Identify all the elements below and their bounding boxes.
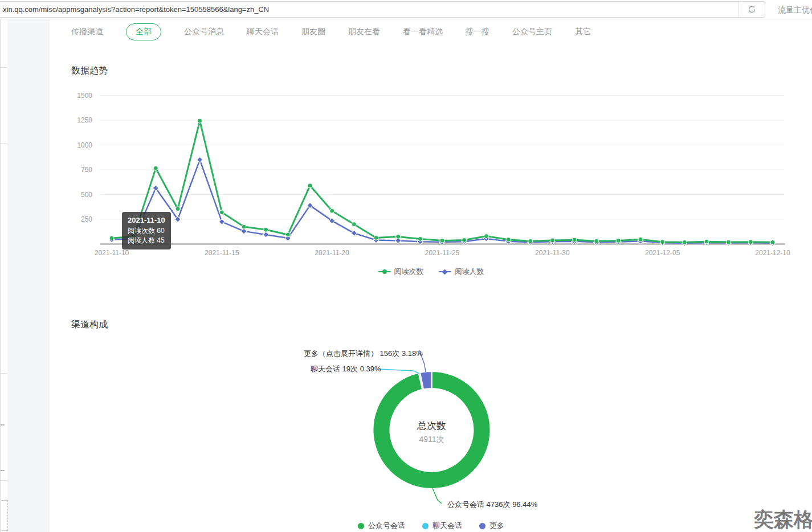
data-point xyxy=(682,240,687,244)
y-axis-tick: 1000 xyxy=(58,141,92,149)
data-point xyxy=(550,238,554,243)
data-point xyxy=(418,236,422,241)
legend-item-more[interactable]: 更多 xyxy=(479,521,504,531)
y-axis-tick: 1250 xyxy=(58,116,92,124)
y-axis-tick: 1500 xyxy=(58,92,92,100)
data-point xyxy=(616,238,621,243)
x-axis-tick: 2021-11-30 xyxy=(526,249,578,257)
tab-top-stories[interactable]: 看一看精选 xyxy=(403,27,443,37)
legend-item-official-session[interactable]: 公众号会话 xyxy=(358,521,405,531)
sidebar-dash xyxy=(1,470,5,471)
trend-section-title: 数据趋势 xyxy=(71,65,108,77)
tooltip-row: 阅读人数 45 xyxy=(128,236,165,245)
data-point xyxy=(506,238,511,242)
data-point xyxy=(396,234,401,239)
data-point xyxy=(176,207,180,211)
donut-legend: 公众号会话 聊天会话 更多 xyxy=(50,521,812,531)
watermark-logo: 奕森格 xyxy=(754,506,812,532)
data-point xyxy=(351,230,357,236)
data-point xyxy=(285,232,290,237)
data-point xyxy=(440,238,444,243)
tab-moments[interactable]: 朋友圈 xyxy=(301,27,325,37)
data-point xyxy=(748,240,753,244)
data-point xyxy=(704,239,709,244)
donut-center-text: 总次数 4911次 xyxy=(374,419,489,445)
data-point xyxy=(572,238,577,242)
tab-other[interactable]: 其它 xyxy=(575,27,591,37)
data-point xyxy=(219,219,225,224)
data-point xyxy=(219,210,224,215)
url-bar[interactable]: xin.qq.com/misc/appmsganalysis?action=re… xyxy=(0,1,765,18)
sidebar-dashed-box xyxy=(2,500,8,531)
tab-chat-session[interactable]: 聊天会话 xyxy=(247,27,279,37)
x-axis-tick: 2021-11-10 xyxy=(85,249,138,257)
refresh-icon xyxy=(747,5,757,14)
traffic-monetization-link[interactable]: 流量主优化 xyxy=(778,5,812,15)
data-point xyxy=(352,222,356,227)
window-left-border xyxy=(0,19,1,532)
trend-legend: 阅读次数 阅读人数 xyxy=(50,267,812,277)
line-dot-marker xyxy=(378,269,391,275)
legend-item-read-users[interactable]: 阅读人数 xyxy=(439,267,484,277)
data-point xyxy=(484,234,488,239)
y-axis-tick: 750 xyxy=(58,166,92,174)
tab-search[interactable]: 搜一搜 xyxy=(466,27,489,37)
donut-label-more[interactable]: 更多（点击展开详情） 156次 3.18% xyxy=(304,349,423,359)
data-point xyxy=(727,240,731,244)
channel-tabs-row: 传播渠道 全部 公众号消息 聊天会话 朋友圈 朋友在看 看一看精选 搜一搜 公众… xyxy=(71,23,591,41)
y-axis-tick: 250 xyxy=(58,215,92,223)
legend-item-read-count[interactable]: 阅读次数 xyxy=(378,267,424,277)
data-point xyxy=(462,238,467,243)
data-point xyxy=(638,237,643,242)
x-axis-tick: 2021-11-20 xyxy=(306,249,358,257)
legend-item-chat-session[interactable]: 聊天会话 xyxy=(422,521,462,531)
x-axis-tick: 2021-11-25 xyxy=(416,249,468,257)
data-point xyxy=(594,239,599,243)
sidebar-divider xyxy=(0,373,7,374)
charts-canvas xyxy=(0,0,812,532)
data-point xyxy=(197,157,203,163)
donut-label-official-session: 公众号会话 4736次 96.44% xyxy=(447,500,537,510)
data-point xyxy=(770,240,775,244)
line-diamond-marker xyxy=(439,269,451,275)
data-point xyxy=(308,183,312,188)
data-point xyxy=(263,232,269,238)
tab-friends-reading[interactable]: 朋友在看 xyxy=(348,27,380,37)
green-dot-marker xyxy=(358,523,364,529)
chart-tooltip: 2021-11-10 阅读次数 60 阅读人数 45 xyxy=(122,212,171,249)
x-axis-tick: 2021-12-10 xyxy=(746,249,799,257)
leader-line-official-session xyxy=(432,488,442,504)
tab-all[interactable]: 全部 xyxy=(126,23,161,40)
donut-label-chat-session: 聊天会话 19次 0.39% xyxy=(311,364,381,374)
cyan-dot-marker xyxy=(422,523,429,529)
purple-dot-marker xyxy=(479,523,485,529)
data-point xyxy=(242,224,246,229)
donut-center-label: 总次数 xyxy=(374,419,489,432)
data-point xyxy=(528,239,533,243)
channel-section-title: 渠道构成 xyxy=(71,319,108,331)
tooltip-row: 阅读次数 60 xyxy=(128,226,165,236)
tab-group-label: 传播渠道 xyxy=(71,27,103,37)
donut-center-value: 4911次 xyxy=(374,435,489,445)
sidebar-dash xyxy=(1,424,5,425)
data-point xyxy=(198,118,202,123)
x-axis-tick: 2021-11-15 xyxy=(195,249,248,257)
browser-top-bar: xin.qq.com/misc/appmsganalysis?action=re… xyxy=(0,0,812,19)
y-axis-tick: 500 xyxy=(58,191,92,199)
url-text[interactable]: xin.qq.com/misc/appmsganalysis?action=re… xyxy=(3,5,727,14)
series-line-0 xyxy=(112,121,773,242)
tab-official-account-message[interactable]: 公众号消息 xyxy=(184,27,224,37)
data-point xyxy=(153,166,158,170)
refresh-button[interactable] xyxy=(738,2,765,17)
series-line-1 xyxy=(112,160,773,243)
data-point xyxy=(109,236,114,240)
data-point xyxy=(660,240,665,244)
sidebar-divider xyxy=(0,143,7,144)
sidebar-divider xyxy=(0,480,7,481)
data-point xyxy=(264,227,268,232)
leader-line-chat-session xyxy=(379,369,419,374)
tooltip-date: 2021-11-10 xyxy=(128,215,165,225)
sidebar-divider xyxy=(0,67,7,68)
data-point xyxy=(330,208,334,213)
tab-account-homepage[interactable]: 公众号主页 xyxy=(512,27,552,37)
